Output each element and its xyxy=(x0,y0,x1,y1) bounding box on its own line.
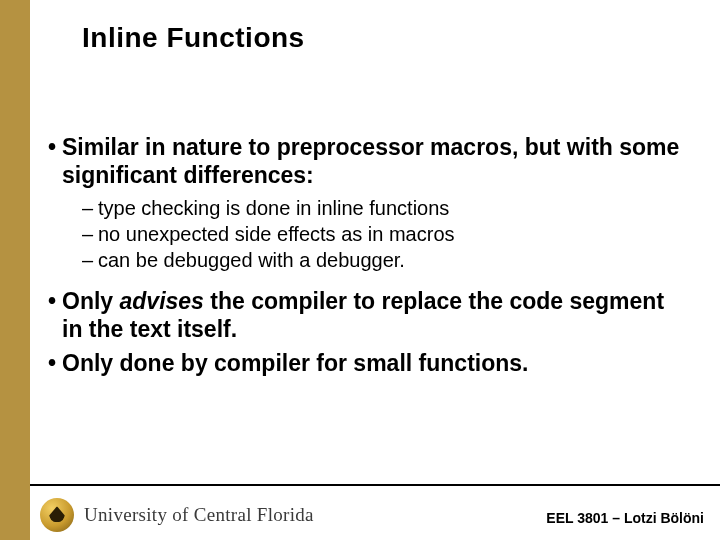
sub-bullet-text: no unexpected side effects as in macros xyxy=(98,221,455,247)
bullet-item: • Similar in nature to preprocessor macr… xyxy=(48,133,688,189)
bullet-item: • Only done by compiler for small functi… xyxy=(48,349,688,377)
sub-bullet-text: can be debugged with a debugger. xyxy=(98,247,405,273)
slide: Inline Functions • Similar in nature to … xyxy=(0,0,720,540)
sub-bullet-text: type checking is done in inline function… xyxy=(98,195,449,221)
bullet-text-part: Only xyxy=(62,288,120,314)
sub-bullet-marker: – xyxy=(82,221,98,247)
bullet-item: • Only advises the compiler to replace t… xyxy=(48,287,688,343)
sub-bullet-marker: – xyxy=(82,195,98,221)
university-name: University of Central Florida xyxy=(84,504,314,526)
bullet-text-emphasis: advises xyxy=(120,288,204,314)
gold-sidebar-footer xyxy=(0,484,30,540)
sub-bullet-list: – type checking is done in inline functi… xyxy=(82,195,688,273)
sub-bullet-item: – can be debugged with a debugger. xyxy=(82,247,688,273)
course-label: EEL 3801 – Lotzi Bölöni xyxy=(546,510,704,526)
bullet-marker: • xyxy=(48,349,62,377)
ucf-seal-icon xyxy=(40,498,74,532)
bullet-text: Only advises the compiler to replace the… xyxy=(62,287,688,343)
slide-title: Inline Functions xyxy=(82,22,305,54)
university-branding: University of Central Florida xyxy=(40,498,314,532)
bullet-text: Similar in nature to preprocessor macros… xyxy=(62,133,688,189)
sub-bullet-item: – no unexpected side effects as in macro… xyxy=(82,221,688,247)
sub-bullet-item: – type checking is done in inline functi… xyxy=(82,195,688,221)
slide-footer: University of Central Florida EEL 3801 –… xyxy=(0,484,720,540)
bullet-marker: • xyxy=(48,133,62,189)
gold-sidebar xyxy=(0,0,30,484)
footer-divider xyxy=(30,484,720,486)
slide-content: • Similar in nature to preprocessor macr… xyxy=(48,133,688,383)
sub-bullet-marker: – xyxy=(82,247,98,273)
bullet-marker: • xyxy=(48,287,62,343)
bullet-text: Only done by compiler for small function… xyxy=(62,349,528,377)
